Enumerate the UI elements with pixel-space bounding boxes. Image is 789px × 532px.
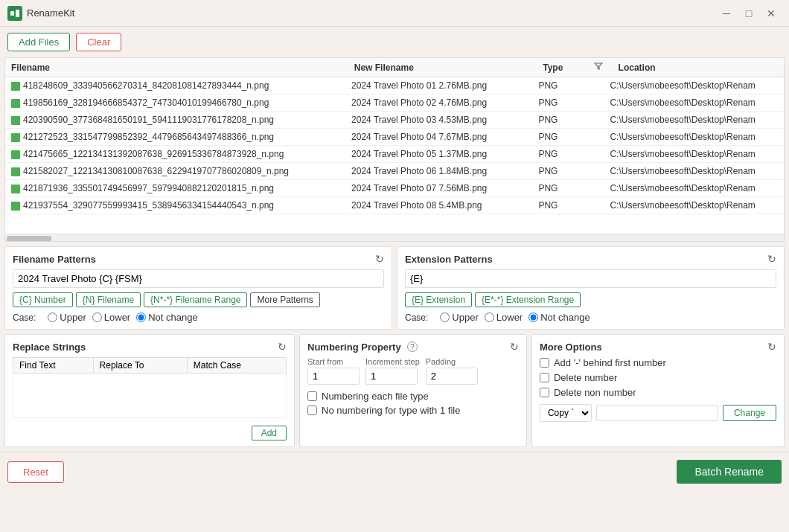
filename-pattern-button[interactable]: {N} Filename xyxy=(76,292,141,307)
clear-button[interactable]: Clear xyxy=(76,33,121,51)
replace-add-button[interactable]: Add xyxy=(252,426,287,440)
extension-case-lower-option[interactable]: Lower xyxy=(485,312,523,323)
patterns-row: Filename Patterns ↻ {C} Number {N} Filen… xyxy=(4,246,785,330)
add-dash-checkbox[interactable] xyxy=(540,358,549,368)
range-pattern-button[interactable]: {N*-*} Filename Range xyxy=(144,292,247,307)
copy-to-row: Copy ` Move Change xyxy=(540,404,776,422)
cell-location: C:\Users\mobeesoft\Desktop\Renam xyxy=(604,146,784,163)
extension-case-upper-radio[interactable] xyxy=(440,313,450,322)
file-table: Filename New Filename Type Location xyxy=(5,58,784,77)
toolbar: Add Files Clear xyxy=(0,27,789,57)
more-options-refresh[interactable]: ↻ xyxy=(767,341,776,353)
table-row[interactable]: 421272523_331547799852392_44796856434974… xyxy=(5,129,784,146)
replace-strings-refresh[interactable]: ↻ xyxy=(278,341,287,353)
horizontal-scrollbar[interactable] xyxy=(5,234,784,242)
replace-strings-panel: Replace Strings ↻ Find Text Replace To M… xyxy=(4,334,295,447)
copy-to-select[interactable]: Copy ` Move xyxy=(540,404,592,422)
increment-step-input[interactable] xyxy=(365,368,418,385)
extension-case-notchange-option[interactable]: Not change xyxy=(528,312,590,323)
filename-case-lower-option[interactable]: Lower xyxy=(92,312,130,323)
table-row[interactable]: 421937554_329077559993415_53894563341544… xyxy=(5,197,784,214)
cell-filter xyxy=(584,197,604,214)
cell-filename: 418248609_333940566270314_84208108142789… xyxy=(5,77,345,94)
filename-case-lower-radio[interactable] xyxy=(92,313,102,322)
horizontal-scrollbar-thumb[interactable] xyxy=(7,236,51,242)
replace-col-replace: Replace To xyxy=(93,358,187,374)
close-button[interactable]: ✕ xyxy=(761,4,782,22)
cell-filter xyxy=(584,146,604,163)
cell-filename: 421475665_122134131392087638_92691533678… xyxy=(5,146,345,163)
numbering-each-type-checkbox[interactable] xyxy=(307,391,317,401)
no-numbering-option[interactable]: No numbering for type with 1 file xyxy=(307,405,519,416)
extension-pattern-input[interactable] xyxy=(405,269,776,288)
numbering-fields: Start from Increment step Padding xyxy=(307,357,519,385)
filename-patterns-refresh[interactable]: ↻ xyxy=(375,253,384,265)
copy-to-path-input[interactable] xyxy=(596,405,718,421)
svg-rect-1 xyxy=(16,10,19,17)
extension-case-lower-radio[interactable] xyxy=(485,313,494,322)
filename-case-row: Case: Upper Lower Not change xyxy=(13,312,384,323)
table-scroll-area[interactable]: 418248609_333940566270314_84208108142789… xyxy=(5,77,784,234)
reset-button[interactable]: Reset xyxy=(7,461,64,483)
extension-case-radio-group: Upper Lower Not change xyxy=(440,312,590,323)
more-patterns-button[interactable]: More Patterns xyxy=(250,292,319,307)
table-row[interactable]: 419856169_328194666854372_74730401019946… xyxy=(5,94,784,112)
extension-patterns-refresh[interactable]: ↻ xyxy=(767,253,776,265)
numbering-property-panel: Numbering Property ? ↻ Start from Increm… xyxy=(299,334,527,447)
cell-type: PNG xyxy=(532,112,584,129)
filename-patterns-title: Filename Patterns xyxy=(13,254,96,265)
delete-number-checkbox[interactable] xyxy=(540,373,549,382)
cell-filter xyxy=(584,180,604,197)
cell-type: PNG xyxy=(532,180,584,197)
delete-number-option[interactable]: Delete number xyxy=(540,372,776,383)
filename-case-upper-radio[interactable] xyxy=(48,313,57,322)
filename-patterns-panel: Filename Patterns ↻ {C} Number {N} Filen… xyxy=(4,246,392,330)
change-button[interactable]: Change xyxy=(723,405,776,421)
cell-filter xyxy=(584,112,604,129)
filename-case-notchange-option[interactable]: Not change xyxy=(136,312,198,323)
batch-rename-button[interactable]: Batch Rename xyxy=(677,460,782,484)
more-options-title: More Options xyxy=(540,342,602,353)
action-bar: Reset Batch Rename xyxy=(0,452,789,491)
table-row[interactable]: 421475665_122134131392087638_92691533678… xyxy=(5,146,784,163)
add-files-button[interactable]: Add Files xyxy=(7,33,70,51)
no-numbering-checkbox[interactable] xyxy=(307,406,317,415)
table-row[interactable]: 421871936_335501749456997_59799408821202… xyxy=(5,180,784,197)
cell-filter xyxy=(584,129,604,146)
maximize-button[interactable]: □ xyxy=(738,4,759,22)
filename-case-upper-option[interactable]: Upper xyxy=(48,312,86,323)
filename-case-notchange-radio[interactable] xyxy=(136,313,146,322)
extension-pattern-button[interactable]: {E} Extension xyxy=(405,292,472,307)
table-row[interactable]: 420390590_377368481650191_59411190317761… xyxy=(5,112,784,129)
filter-icon[interactable] xyxy=(588,58,612,77)
table-row[interactable]: 421582027_122134130810087638_62294197077… xyxy=(5,163,784,180)
delete-non-number-checkbox[interactable] xyxy=(540,388,549,397)
minimize-button[interactable]: ─ xyxy=(716,4,737,22)
filename-case-label: Case: xyxy=(13,313,36,323)
extension-case-upper-option[interactable]: Upper xyxy=(440,312,478,323)
numbering-each-type-option[interactable]: Numbering each file type xyxy=(307,391,519,402)
number-pattern-button[interactable]: {C} Number xyxy=(13,292,73,307)
file-data-table: 418248609_333940566270314_84208108142789… xyxy=(5,77,784,214)
numbering-info-icon[interactable]: ? xyxy=(407,342,418,352)
extension-range-pattern-button[interactable]: {E*-*} Extension Range xyxy=(475,292,581,307)
svg-rect-0 xyxy=(10,11,14,16)
extension-patterns-header: Extension Patterns ↻ xyxy=(405,253,776,265)
filename-patterns-header: Filename Patterns ↻ xyxy=(13,253,384,265)
col-header-location: Location xyxy=(613,58,784,77)
filename-pattern-input[interactable] xyxy=(13,269,384,288)
start-from-input[interactable] xyxy=(307,368,360,385)
padding-input[interactable] xyxy=(426,368,478,385)
file-icon xyxy=(11,116,20,125)
cell-filter xyxy=(584,77,604,94)
file-icon xyxy=(11,167,20,176)
extension-case-label: Case: xyxy=(405,313,428,323)
cell-new-filename: 2024 Travel Photo 06 1.84MB.png xyxy=(345,163,532,180)
numbering-property-title: Numbering Property xyxy=(307,342,401,353)
extension-case-notchange-radio[interactable] xyxy=(528,313,538,322)
delete-non-number-option[interactable]: Delete non number xyxy=(540,387,776,398)
table-row[interactable]: 418248609_333940566270314_84208108142789… xyxy=(5,77,784,94)
file-table-container: Filename New Filename Type Location 4182… xyxy=(4,57,785,242)
numbering-property-refresh[interactable]: ↻ xyxy=(510,341,519,353)
add-dash-option[interactable]: Add '-' behind first number xyxy=(540,357,776,368)
